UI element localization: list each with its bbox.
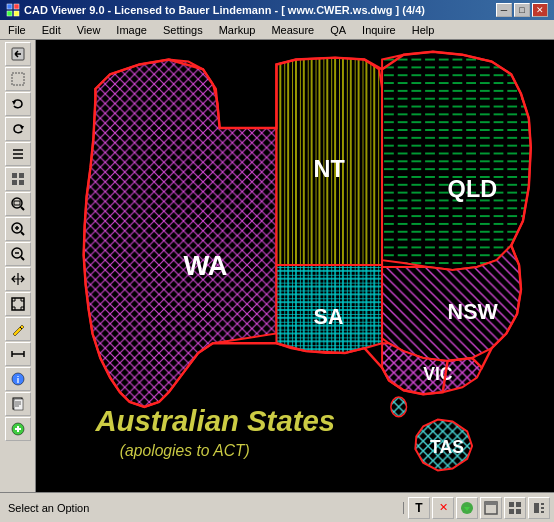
sa-label: SA [314, 305, 344, 329]
svg-rect-17 [14, 201, 20, 205]
australia-map: WA NT QLD SA NSW VIC TAS Australian Stat… [36, 40, 554, 492]
map-subtitle: (apologies to ACT) [120, 442, 250, 459]
svg-marker-7 [20, 126, 24, 130]
menu-view[interactable]: View [69, 20, 109, 39]
svg-rect-76 [541, 503, 544, 505]
svg-rect-11 [12, 173, 17, 178]
svg-rect-72 [516, 502, 521, 507]
svg-marker-6 [12, 101, 16, 105]
nt-label: NT [314, 156, 346, 182]
close-button[interactable]: ✕ [532, 3, 548, 17]
toolbar-btn-markup[interactable] [5, 317, 31, 341]
toolbar-btn-list[interactable] [5, 142, 31, 166]
toolbar-btn-pages[interactable] [5, 392, 31, 416]
status-btn-grid[interactable] [504, 497, 526, 519]
svg-line-23 [21, 257, 24, 260]
toolbar-btn-zoom-window[interactable] [5, 192, 31, 216]
status-text: Select an Option [0, 502, 404, 514]
svg-line-19 [21, 232, 24, 235]
svg-line-16 [21, 207, 24, 210]
menu-image[interactable]: Image [108, 20, 155, 39]
svg-rect-25 [12, 298, 24, 310]
status-btn-t[interactable]: T [408, 497, 430, 519]
svg-rect-0 [7, 4, 12, 9]
status-btn-down[interactable] [456, 497, 478, 519]
minimize-button[interactable]: ─ [496, 3, 512, 17]
toolbar-btn-back[interactable] [5, 42, 31, 66]
island-1 [391, 397, 407, 417]
toolbar-btn-grid[interactable] [5, 167, 31, 191]
svg-text:i: i [16, 375, 19, 385]
toolbar-btn-fit[interactable] [5, 292, 31, 316]
svg-rect-5 [12, 73, 24, 85]
svg-rect-75 [534, 503, 539, 513]
svg-rect-70 [485, 502, 497, 505]
svg-rect-71 [509, 502, 514, 507]
vic-label: VIC [423, 364, 453, 384]
toolbar-btn-forward[interactable] [5, 117, 31, 141]
svg-rect-13 [12, 180, 17, 185]
menu-measure[interactable]: Measure [263, 20, 322, 39]
maximize-button[interactable]: □ [514, 3, 530, 17]
menu-qa[interactable]: QA [322, 20, 354, 39]
status-btn-close[interactable]: ✕ [432, 497, 454, 519]
svg-rect-78 [541, 511, 544, 513]
menu-settings[interactable]: Settings [155, 20, 211, 39]
toolbar-btn-pan[interactable] [5, 267, 31, 291]
svg-rect-1 [14, 4, 19, 9]
svg-rect-12 [19, 173, 24, 178]
toolbar: i [0, 40, 36, 492]
svg-rect-74 [516, 509, 521, 514]
toolbar-btn-add[interactable] [5, 417, 31, 441]
svg-rect-3 [14, 11, 19, 16]
window-title: CAD Viewer 9.0 - Licensed to Bauer Linde… [24, 4, 496, 16]
title-bar: CAD Viewer 9.0 - Licensed to Bauer Linde… [0, 0, 554, 20]
status-icons: T ✕ [404, 497, 554, 519]
menu-inquire[interactable]: Inquire [354, 20, 404, 39]
title-buttons[interactable]: ─ □ ✕ [496, 3, 548, 17]
svg-rect-73 [509, 509, 514, 514]
toolbar-btn-select[interactable] [5, 67, 31, 91]
menu-help[interactable]: Help [404, 20, 443, 39]
toolbar-btn-undo[interactable] [5, 92, 31, 116]
qld-region [382, 52, 531, 270]
map-title: Australian States [94, 404, 335, 437]
toolbar-btn-zoom-in[interactable] [5, 217, 31, 241]
menu-markup[interactable]: Markup [211, 20, 264, 39]
nsw-label: NSW [448, 300, 499, 324]
main-canvas: WA NT QLD SA NSW VIC TAS Australian Stat… [36, 40, 554, 492]
status-btn-list[interactable] [528, 497, 550, 519]
menu-file[interactable]: File [0, 20, 34, 39]
tas-label: TAS [430, 437, 464, 457]
toolbar-btn-info[interactable]: i [5, 367, 31, 391]
app-icon [6, 3, 20, 17]
wa-label: WA [183, 250, 227, 281]
toolbar-btn-measure[interactable] [5, 342, 31, 366]
svg-rect-77 [541, 507, 544, 509]
menu-bar: File Edit View Image Settings Markup Mea… [0, 20, 554, 40]
svg-rect-14 [19, 180, 24, 185]
status-btn-window[interactable] [480, 497, 502, 519]
svg-rect-2 [7, 11, 12, 16]
toolbar-btn-zoom-out[interactable] [5, 242, 31, 266]
status-bar: Select an Option T ✕ [0, 492, 554, 522]
menu-edit[interactable]: Edit [34, 20, 69, 39]
qld-label: QLD [448, 176, 498, 202]
